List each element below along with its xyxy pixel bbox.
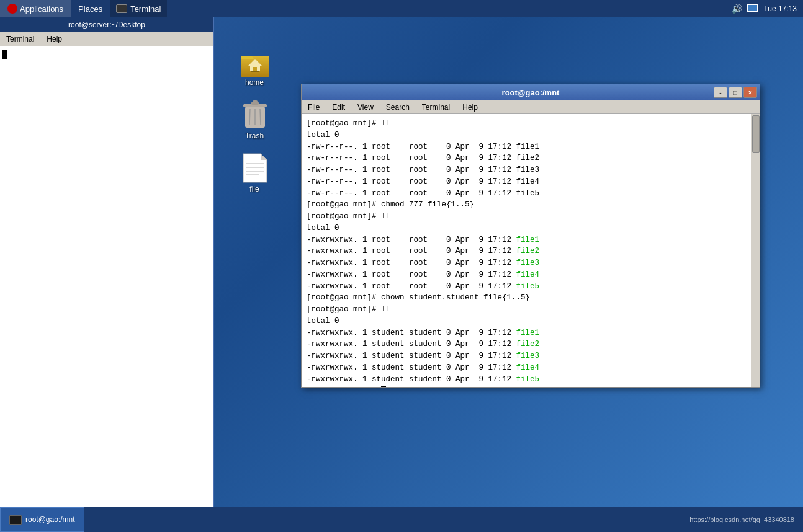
svg-line-6: [249, 109, 250, 125]
volume-icon[interactable]: 🔊: [732, 4, 742, 14]
svg-rect-11: [253, 100, 258, 103]
terminal-titlebar: root@gao:/mnt - □ ×: [302, 84, 760, 100]
clock: Tue 17:13: [763, 4, 797, 13]
taskbar-top: Applications Places Terminal 🔊 Tue 17:13: [0, 0, 803, 17]
sidebar-menubar: Terminal Help: [0, 32, 213, 46]
url-label: https://blog.csdn.net/qq_43340818: [689, 516, 794, 523]
svg-line-8: [260, 109, 261, 125]
terminal-line: -rw-r--r--. 1 root root 0 Apr 9 17:12 fi…: [307, 176, 755, 188]
desktop-icons-container: home Trash: [230, 50, 279, 193]
cursor: [2, 50, 7, 59]
scrollbar[interactable]: [751, 114, 760, 387]
svg-rect-4: [253, 67, 257, 71]
sidebar-terminal-body: [0, 46, 213, 507]
terminal-line: -rwxrwxrwx. 1 student student 0 Apr 9 17…: [307, 350, 755, 362]
terminal-line: total 0: [307, 223, 755, 234]
taskbar-top-right: 🔊 Tue 17:13: [732, 4, 803, 14]
terminal-taskbar-label: Terminal: [130, 4, 161, 14]
redhat-logo-icon: [7, 4, 17, 14]
terminal-line: -rw-r--r--. 1 root root 0 Apr 9 17:12 fi…: [307, 141, 755, 153]
sidebar-terminal: root@server:~/Desktop Terminal Help: [0, 17, 214, 507]
terminal-line: -rw-r--r--. 1 root root 0 Apr 9 17:12 fi…: [307, 153, 755, 164]
places-button[interactable]: Places: [71, 0, 110, 17]
terminal-line: [root@gao mnt]#: [307, 385, 755, 387]
desktop: Applications Places Terminal 🔊 Tue 17:13…: [0, 0, 803, 532]
home-icon-label: home: [245, 78, 264, 87]
svg-marker-13: [261, 154, 267, 160]
sidebar-menu-help[interactable]: Help: [40, 32, 68, 46]
terminal-line: total 0: [307, 130, 755, 141]
taskbar-terminal-icon: [9, 515, 22, 525]
terminal-line: total 0: [307, 316, 755, 327]
terminal-line: -rw-r--r--. 1 root root 0 Apr 9 17:12 fi…: [307, 188, 755, 200]
terminal-line: -rwxrwxrwx. 1 student student 0 Apr 9 17…: [307, 374, 755, 386]
trash-icon-label: Trash: [245, 131, 264, 140]
taskbar-terminal-label: root@gao:/mnt: [25, 515, 75, 524]
terminal-title: root@gao:/mnt: [502, 88, 560, 97]
terminal-line: -rwxrwxrwx. 1 root root 0 Apr 9 17:12 fi…: [307, 246, 755, 257]
taskbar-bottom-url: https://blog.csdn.net/qq_43340818: [689, 516, 803, 523]
terminal-line: -rwxrwxrwx. 1 root root 0 Apr 9 17:12 fi…: [307, 257, 755, 269]
menu-help[interactable]: Help: [456, 100, 484, 113]
menu-file[interactable]: File: [302, 100, 326, 113]
trash-image: [241, 99, 267, 129]
close-button[interactable]: ×: [743, 87, 757, 98]
sidebar-titlebar: root@server:~/Desktop: [0, 17, 213, 32]
places-label: Places: [78, 4, 102, 14]
terminal-taskbar-button[interactable]: Terminal: [110, 0, 167, 17]
terminal-icon: [116, 4, 127, 13]
terminal-line: [root@gao mnt]# ll: [307, 211, 755, 223]
terminal-line: -rwxrwxrwx. 1 root root 0 Apr 9 17:12 fi…: [307, 281, 755, 293]
terminal-line: [root@gao mnt]# chown student.student fi…: [307, 292, 755, 304]
file-icon-label: file: [249, 185, 259, 193]
menu-edit[interactable]: Edit: [326, 100, 351, 113]
maximize-button[interactable]: □: [729, 87, 742, 98]
home-icon[interactable]: home: [230, 50, 279, 87]
terminal-window: root@gao:/mnt - □ × File Edit View Searc…: [301, 84, 760, 388]
terminal-titlebar-buttons: - □ ×: [714, 87, 757, 98]
terminal-line: -rwxrwxrwx. 1 root root 0 Apr 9 17:12 fi…: [307, 234, 755, 246]
home-folder-image: [240, 50, 269, 76]
minimize-button[interactable]: -: [714, 87, 727, 98]
terminal-line: -rwxrwxrwx. 1 root root 0 Apr 9 17:12 fi…: [307, 269, 755, 281]
file-icon[interactable]: file: [230, 153, 279, 193]
file-image: [242, 153, 267, 182]
terminal-line: -rwxrwxrwx. 1 student student 0 Apr 9 17…: [307, 339, 755, 350]
terminal-menubar: File Edit View Search Terminal Help: [302, 100, 760, 114]
terminal-line: -rwxrwxrwx. 1 student student 0 Apr 9 17…: [307, 327, 755, 339]
terminal-line: [root@gao mnt]# ll: [307, 304, 755, 316]
sidebar-menu-terminal[interactable]: Terminal: [0, 32, 40, 46]
screen-icon: [747, 4, 758, 14]
menu-view[interactable]: View: [351, 100, 380, 113]
terminal-line: [root@gao mnt]# chmod 777 file{1..5}: [307, 199, 755, 211]
taskbar-bottom: root@gao:/mnt https://blog.csdn.net/qq_4…: [0, 507, 803, 532]
menu-search[interactable]: Search: [380, 100, 416, 113]
terminal-line: -rw-r--r--. 1 root root 0 Apr 9 17:12 fi…: [307, 164, 755, 176]
terminal-body[interactable]: [root@gao mnt]# ll total 0 -rw-r--r--. 1…: [302, 114, 760, 387]
scrollbar-thumb[interactable]: [752, 115, 760, 153]
trash-icon[interactable]: Trash: [230, 99, 279, 140]
menu-terminal[interactable]: Terminal: [416, 100, 456, 113]
terminal-line: -rwxrwxrwx. 1 student student 0 Apr 9 17…: [307, 362, 755, 374]
sidebar-title: root@server:~/Desktop: [68, 20, 145, 29]
terminal-line: [root@gao mnt]# ll: [307, 118, 755, 130]
applications-button[interactable]: Applications: [0, 0, 71, 17]
taskbar-bottom-terminal-item[interactable]: root@gao:/mnt: [0, 507, 84, 532]
applications-label: Applications: [20, 4, 63, 14]
